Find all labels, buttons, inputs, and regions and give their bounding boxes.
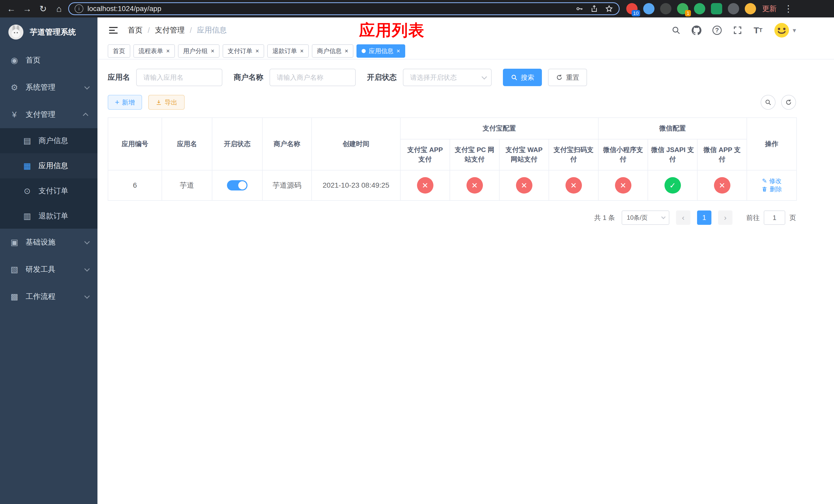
add-button[interactable]: + 新增 [108, 95, 142, 110]
extension-icon-2[interactable] [643, 3, 655, 14]
edit-button[interactable]: ✎修改 [762, 177, 782, 185]
sidebar-menu: ◉ 首页 ⚙ 系统管理 ¥ 支付管理 ▤ 商户信息 ▦ 应用信息 [0, 47, 97, 310]
col-actions: 操作 [747, 118, 796, 170]
extension-icon-wechat[interactable] [694, 3, 705, 14]
key-icon[interactable] [575, 5, 584, 13]
extension-icon-1[interactable]: 10 [626, 3, 638, 14]
tab-process-form[interactable]: 流程表单× [133, 44, 175, 58]
address-bar[interactable]: i localhost:1024/pay/app [68, 2, 620, 15]
tab-home[interactable]: 首页 [108, 44, 130, 58]
sidebar-item-app-info[interactable]: ▦ 应用信息 [0, 153, 97, 178]
browser-menu-icon[interactable]: ⋮ [784, 3, 793, 14]
back-icon[interactable]: ← [5, 2, 18, 15]
filter-form: 应用名 商户名称 开启状态 请选择开启状态 搜索 [108, 69, 796, 86]
sidebar-item-workflow[interactable]: ▩ 工作流程 [0, 283, 97, 310]
col-app-name: 应用名 [162, 118, 212, 170]
tab-app-info[interactable]: 应用信息× [356, 44, 405, 58]
goto-label: 前往 [746, 213, 760, 222]
trash-icon [762, 186, 768, 192]
yen-icon: ¥ [9, 110, 20, 119]
close-icon[interactable]: × [300, 48, 304, 54]
site-info-icon[interactable]: i [74, 4, 83, 13]
sidebar-item-system[interactable]: ⚙ 系统管理 [0, 74, 97, 101]
fullscreen-icon[interactable] [733, 25, 743, 35]
sidebar-item-refund-order[interactable]: ▥ 退款订单 [0, 204, 97, 229]
col-merchant: 商户名称 [262, 118, 312, 170]
plus-icon: + [115, 98, 119, 106]
search-button[interactable]: 搜索 [503, 69, 542, 86]
chevron-down-icon [84, 239, 90, 244]
status-select[interactable]: 请选择开启状态 [403, 69, 491, 86]
sidebar-item-home[interactable]: ◉ 首页 [0, 47, 97, 74]
chevron-down-icon [84, 84, 90, 90]
browser-update-button[interactable]: 更新 [762, 4, 776, 14]
next-page-button[interactable]: › [718, 210, 732, 225]
prev-page-button[interactable]: ‹ [676, 210, 690, 225]
extension-icon-3[interactable] [660, 3, 672, 14]
status-toggle[interactable] [227, 180, 247, 190]
profile-avatar-icon[interactable] [745, 3, 756, 14]
extension-icon-4[interactable]: 1 [677, 3, 688, 14]
search-icon[interactable] [671, 25, 681, 35]
payment-submenu: ▤ 商户信息 ▦ 应用信息 ⊙ 支付订单 ▥ 退款订单 [0, 128, 97, 229]
sidebar-item-label: 基础设施 [26, 237, 56, 247]
topbar: 首页 / 支付管理 / 应用信息 应用列表 ? TT [97, 18, 834, 43]
merchant-name-input[interactable] [269, 69, 356, 86]
goto-page-input[interactable] [764, 210, 785, 225]
github-icon[interactable] [692, 25, 701, 35]
current-page-button[interactable]: 1 [697, 210, 711, 225]
reset-button[interactable]: 重置 [548, 69, 587, 86]
sidebar-item-pay-order[interactable]: ⊙ 支付订单 [0, 178, 97, 204]
sidebar-item-label: 支付管理 [26, 110, 56, 120]
workflow-icon: ▩ [9, 292, 20, 301]
extension-icon-6[interactable] [711, 3, 722, 14]
breadcrumb-home[interactable]: 首页 [128, 25, 142, 36]
sidebar-item-merchant-info[interactable]: ▤ 商户信息 [0, 128, 97, 153]
wechat-mini-status-icon: ✕ [615, 177, 631, 193]
app-table: 应用编号 应用名 开启状态 商户名称 创建时间 支付宝配置 微信配置 操作 支付… [108, 117, 797, 201]
app-grid-icon: ▦ [22, 161, 32, 171]
total-count: 共 1 条 [594, 213, 615, 222]
export-button[interactable]: 导出 [148, 95, 185, 110]
col-wechat-app: 微信 APP 支付 [697, 139, 747, 170]
bookmark-star-icon[interactable] [605, 5, 613, 13]
home-icon[interactable]: ⌂ [52, 2, 66, 15]
app-logo[interactable]: 芋道管理系统 [0, 18, 97, 47]
wechat-jsapi-status-icon: ✓ [664, 177, 681, 193]
extensions-puzzle-icon[interactable] [728, 3, 739, 14]
reload-icon[interactable]: ↻ [37, 2, 50, 15]
tab-merchant-info[interactable]: 商户信息× [312, 44, 353, 58]
sidebar-fold-icon[interactable] [108, 25, 119, 36]
tab-user-group[interactable]: 用户分组× [178, 44, 220, 58]
cell-create-time: 2021-10-23 08:49:25 [312, 170, 400, 201]
close-icon[interactable]: × [256, 48, 259, 54]
user-avatar-dropdown[interactable]: ▾ [774, 22, 796, 38]
tab-refund-order[interactable]: 退款订单× [267, 44, 309, 58]
chevron-up-icon [83, 113, 88, 118]
close-icon[interactable]: × [166, 48, 170, 54]
sidebar-item-payment[interactable]: ¥ 支付管理 [0, 101, 97, 128]
sidebar: 芋道管理系统 ◉ 首页 ⚙ 系统管理 ¥ 支付管理 ▤ 商户信息 [0, 18, 97, 504]
sidebar-item-label: 研发工具 [26, 264, 56, 275]
url-text[interactable]: localhost:1024/pay/app [87, 5, 571, 13]
sidebar-item-dev-tools[interactable]: ▧ 研发工具 [0, 256, 97, 283]
refresh-button[interactable] [781, 95, 796, 110]
sidebar-item-infrastructure[interactable]: ▣ 基础设施 [0, 229, 97, 256]
close-icon[interactable]: × [345, 48, 348, 54]
share-icon[interactable] [590, 5, 598, 13]
col-alipay-app: 支付宝 APP 支付 [400, 139, 450, 170]
close-icon[interactable]: × [396, 48, 400, 54]
delete-button[interactable]: 删除 [762, 185, 782, 193]
chevron-down-icon [482, 74, 487, 79]
app-name-input[interactable] [136, 69, 222, 86]
pay-order-icon: ⊙ [22, 186, 32, 196]
close-icon[interactable]: × [211, 48, 214, 54]
forward-icon[interactable]: → [21, 2, 34, 15]
toggle-search-button[interactable] [761, 95, 775, 110]
font-size-icon[interactable]: TT [753, 25, 763, 35]
tab-pay-order[interactable]: 支付订单× [223, 44, 264, 58]
breadcrumb-payment[interactable]: 支付管理 [155, 25, 185, 36]
page-size-select[interactable]: 10条/页 [622, 210, 670, 225]
sidebar-item-label: 系统管理 [26, 82, 56, 93]
help-icon[interactable]: ? [712, 25, 722, 35]
